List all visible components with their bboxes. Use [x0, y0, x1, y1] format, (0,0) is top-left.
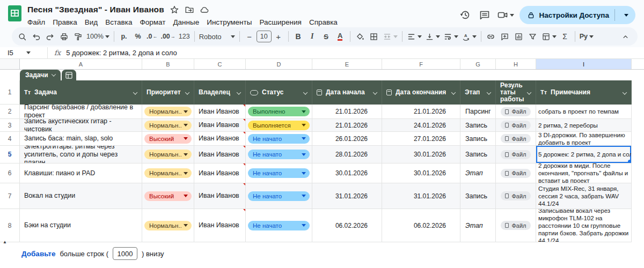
add-rows-button[interactable]: Добавьте	[21, 250, 55, 258]
file-chip[interactable]: Файл	[501, 221, 530, 230]
cell-owner[interactable]: Иван Иванов	[194, 209, 246, 242]
cell-end-date[interactable]: 21.01.2026	[382, 105, 460, 119]
name-box[interactable]: I5	[0, 49, 47, 57]
file-chip[interactable]: Файл	[501, 150, 530, 159]
cell-stage[interactable]: Запись	[460, 132, 496, 146]
cell-result[interactable]: Файл	[496, 105, 536, 119]
priority-chip[interactable]: Нормальн...	[144, 221, 192, 230]
move-folder-icon[interactable]	[185, 5, 194, 14]
text-color-button[interactable]: A	[333, 29, 347, 43]
file-chip[interactable]: Файл	[501, 134, 530, 143]
cell-result[interactable]: Файл	[496, 119, 536, 132]
doc-title[interactable]: Песня "Звездная" - Иван Иванов	[27, 5, 164, 14]
cell-priority[interactable]: Нормальн...	[142, 163, 194, 183]
cell-result[interactable]: Файл	[496, 132, 536, 146]
font-size-input[interactable]: 10	[257, 31, 272, 42]
cell-start-date[interactable]: 21.01.2026	[312, 105, 382, 119]
functions-button[interactable]: Σ	[558, 29, 572, 43]
menu-5[interactable]: Формат	[136, 17, 169, 27]
table-column-header[interactable]: Статус	[246, 80, 312, 105]
cell-task[interactable]: Клавиши: пиано и PAD	[20, 163, 142, 183]
status-chip[interactable]: Не начато	[248, 134, 310, 144]
cell-end-date[interactable]: 27.01.2026	[382, 132, 460, 146]
cell-stage[interactable]: Этап	[460, 209, 496, 242]
header-menu-caret[interactable]	[373, 90, 377, 94]
insert-chart-button[interactable]	[512, 29, 526, 43]
table-column-header[interactable]: ТтПримечания	[536, 80, 632, 105]
strikethrough-button[interactable]: S	[319, 29, 333, 43]
cell-result[interactable]: Файл	[496, 146, 536, 163]
cell-status[interactable]: Не начато	[246, 132, 312, 146]
header-menu-caret[interactable]	[527, 90, 531, 94]
cell-priority[interactable]: Нормальн...	[142, 209, 194, 242]
status-chip[interactable]: Выполняется	[248, 121, 310, 130]
column-header-H[interactable]: H	[496, 59, 536, 69]
bold-button[interactable]: B	[291, 29, 305, 43]
merge-cells-button[interactable]	[381, 29, 399, 43]
cell-owner[interactable]: Иван Иванов	[194, 146, 246, 163]
table-column-header[interactable]: Владелец	[194, 80, 246, 105]
column-header-I[interactable]: I	[536, 59, 632, 69]
borders-button[interactable]	[367, 29, 381, 43]
table-column-header[interactable]: Дата начала	[312, 80, 382, 105]
cell-priority[interactable]: Высокий	[142, 132, 194, 146]
filter-button[interactable]	[526, 29, 540, 43]
cell-end-date[interactable]: 06.02.2026	[382, 209, 460, 242]
cell-start-date[interactable]: 31.01.2026	[312, 183, 382, 209]
header-menu-caret[interactable]	[237, 90, 241, 94]
cell-stage[interactable]: Запись	[460, 146, 496, 163]
number-format-button[interactable]: 123	[177, 29, 192, 43]
cell-stage[interactable]: Этап	[460, 163, 496, 183]
file-chip[interactable]: Файл	[501, 191, 530, 200]
cell-owner[interactable]: Иван Иванов	[194, 119, 246, 132]
version-history-button[interactable]	[458, 8, 472, 22]
cell-notes[interactable]: собрать в проект по темпам	[536, 105, 632, 119]
cell-priority[interactable]: Нормальн...	[142, 105, 194, 119]
search-button[interactable]	[15, 29, 29, 43]
status-chip[interactable]: Не начато	[248, 191, 310, 201]
menu-7[interactable]: Инструменты	[203, 17, 255, 27]
header-menu-caret[interactable]	[623, 90, 627, 94]
cloud-saved-icon[interactable]	[200, 5, 209, 14]
cell-owner[interactable]: Иван Иванов	[194, 183, 246, 209]
fill-handle[interactable]	[628, 160, 632, 163]
sheets-logo-icon[interactable]	[8, 5, 22, 22]
cell-notes[interactable]: Записываем вокал через микрофон TLM-102 …	[536, 209, 632, 242]
cell-owner[interactable]: Иван Иванов	[194, 132, 246, 146]
row-header[interactable]: 3	[0, 119, 20, 132]
paint-format-button[interactable]	[71, 29, 85, 43]
table-column-header[interactable]: Результаты работы	[496, 80, 536, 105]
row-header[interactable]: 5	[0, 146, 20, 163]
menu-9[interactable]: Справка	[305, 17, 341, 27]
menu-3[interactable]: Вид	[81, 17, 101, 27]
vertical-align-button[interactable]	[423, 29, 442, 43]
priority-chip[interactable]: Высокий	[144, 134, 192, 144]
header-menu-caret[interactable]	[185, 90, 189, 94]
table-column-header[interactable]: Дата окончания	[382, 80, 460, 105]
cell-start-date[interactable]: 30.01.2026	[312, 163, 382, 183]
file-chip[interactable]: Файл	[501, 107, 530, 116]
cell-start-date[interactable]: 06.02.2026	[312, 209, 382, 242]
priority-chip[interactable]: Нормальн...	[144, 121, 192, 130]
cell-status[interactable]: Выполнено	[246, 105, 312, 119]
cell-end-date[interactable]: 30.01.2026	[382, 146, 460, 163]
italic-button[interactable]: I	[305, 29, 319, 43]
decrease-font-size-button[interactable]: −	[243, 29, 257, 43]
column-header-B[interactable]: B	[142, 59, 194, 69]
row-group-marker[interactable]: ▲	[3, 240, 7, 244]
cell-start-date[interactable]: 21.01.2026	[312, 119, 382, 132]
share-dropdown-button[interactable]	[619, 8, 633, 22]
table-column-header[interactable]: Приоритет	[142, 80, 194, 105]
add-rows-count-input[interactable]	[113, 247, 137, 260]
undo-button[interactable]	[29, 29, 43, 43]
header-menu-caret[interactable]	[303, 90, 308, 94]
cell-task[interactable]: Бэки на студии	[20, 209, 142, 242]
table-column-header[interactable]: Этап	[460, 80, 496, 105]
cell-priority[interactable]: Нормальн...	[142, 146, 194, 163]
column-header-C[interactable]: C	[194, 59, 246, 69]
menu-2[interactable]: Правка	[49, 17, 81, 27]
status-chip[interactable]: Не начато	[248, 168, 310, 178]
row-header[interactable]: 4	[0, 132, 20, 146]
insert-comment-button[interactable]	[498, 29, 512, 43]
column-header-D[interactable]: D	[246, 59, 312, 69]
